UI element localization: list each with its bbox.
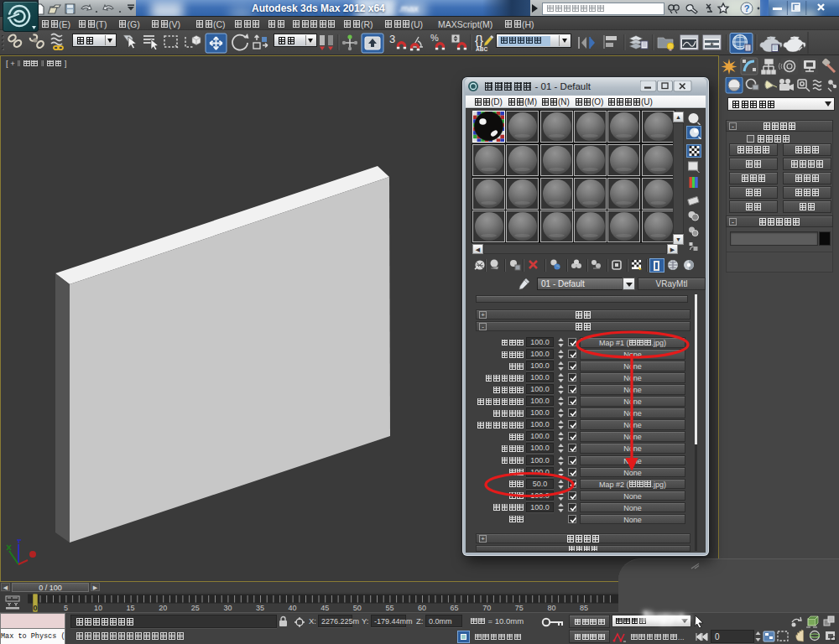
- svg-text:20: 20: [159, 604, 167, 612]
- svg-text:55: 55: [385, 604, 393, 612]
- svg-text:5: 5: [64, 604, 68, 612]
- svg-text:75: 75: [515, 604, 524, 612]
- svg-text:40: 40: [289, 604, 297, 612]
- svg-text:15: 15: [127, 604, 135, 612]
- svg-text:10: 10: [94, 604, 102, 612]
- svg-text:80: 80: [547, 604, 555, 612]
- svg-text:85: 85: [580, 604, 588, 612]
- svg-text:0: 0: [33, 604, 37, 612]
- svg-text:70: 70: [482, 604, 491, 612]
- svg-text:35: 35: [256, 604, 264, 612]
- svg-text:25: 25: [191, 604, 200, 612]
- svg-text:30: 30: [223, 604, 232, 612]
- svg-text:{}: {}: [475, 33, 483, 47]
- svg-text:?: ?: [744, 3, 750, 13]
- svg-text:45: 45: [320, 604, 329, 612]
- svg-text:ABC: ABC: [476, 46, 487, 52]
- svg-text:60: 60: [418, 604, 426, 612]
- svg-text:65: 65: [451, 604, 459, 612]
- svg-text:50: 50: [353, 604, 362, 612]
